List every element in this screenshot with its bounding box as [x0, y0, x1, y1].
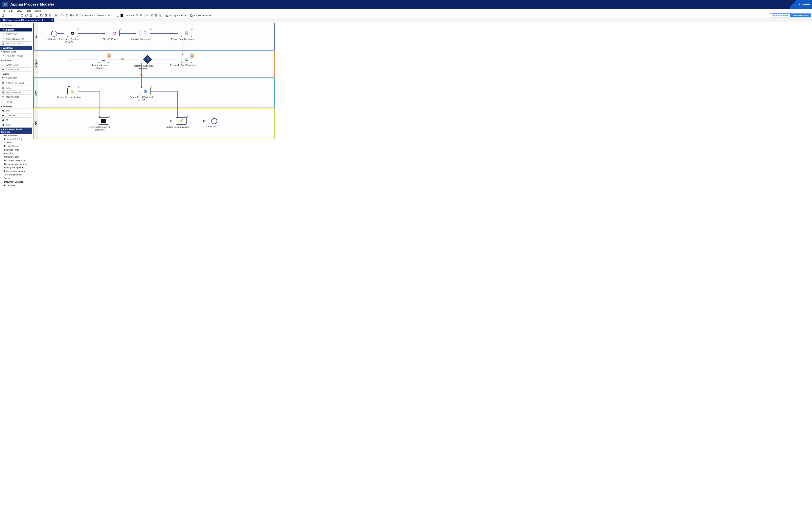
save-icon[interactable] — [20, 14, 24, 17]
bold-icon[interactable]: B — [107, 14, 111, 17]
node-classify-emails[interactable]: ⚙ Classify Emails — [105, 30, 123, 41]
redo-icon[interactable] — [10, 14, 13, 17]
save-all-icon[interactable] — [25, 14, 28, 17]
item-rule[interactable]: RULE — [1, 86, 31, 90]
item-start-event[interactable]: START EVENT — [1, 95, 31, 99]
gear-icon[interactable]: ⚙ — [77, 28, 80, 31]
close-icon[interactable]: × — [51, 19, 53, 21]
process-canvas[interactable]: AI People RPA API — [32, 22, 812, 507]
item-gateway-xor[interactable]: XOR — [1, 123, 31, 127]
color-picker[interactable] — [120, 14, 124, 17]
suggested-user-input-task[interactable]: USER INPUT TASK — [1, 41, 31, 46]
node-gateway-requires-review[interactable]: Requires Account Review? — [138, 56, 157, 70]
item-timer[interactable]: TIMER — [1, 100, 31, 104]
zoom-in-icon[interactable] — [140, 14, 143, 17]
node-classify-documents[interactable]: ⚙ Classify Documents — [136, 30, 154, 41]
gear-icon[interactable]: ⚙ — [108, 116, 111, 118]
group-human-tasks[interactable]: Human Tasks — [0, 50, 32, 53]
zoom-out-icon[interactable] — [135, 14, 139, 17]
link-document-services[interactable]: Document Services — [0, 180, 32, 184]
lane-tool-icon[interactable] — [69, 14, 75, 17]
item-gateway-or[interactable]: OR — [1, 118, 31, 122]
gear-icon[interactable]: ⚙ — [191, 28, 194, 31]
node-summarize-email[interactable]: ⚙ Summarize Email w/ OpenAI — [63, 30, 82, 44]
menu-file[interactable]: File — [2, 9, 5, 12]
copy-icon[interactable] — [40, 14, 43, 17]
text-tool-icon[interactable] — [65, 14, 68, 17]
link-test-management[interactable]: Test Management — [0, 173, 32, 176]
node-send-docusign[interactable]: ⚙ DocuSign Send to DoucSign for Signatur… — [94, 117, 113, 131]
node-end[interactable]: End Node — [205, 118, 223, 128]
gear-icon[interactable]: ⚙ — [186, 116, 188, 118]
swimlane-icon[interactable] — [75, 14, 79, 17]
item-send-message[interactable]: SEND MESSAGE — [1, 90, 31, 95]
underline-icon[interactable]: U — [116, 14, 119, 17]
font-family-dropdown[interactable]: Open Sans — [82, 14, 95, 17]
open-icon[interactable] — [16, 14, 19, 17]
pointer-icon[interactable] — [54, 14, 58, 17]
link-data-services[interactable]: Data Services — [0, 134, 32, 137]
gear-icon[interactable]: ⚙ — [149, 28, 152, 31]
item-gateway-and[interactable]: AND — [1, 109, 31, 113]
view-toggle[interactable]: ANALYST VIEW DESIGNER VIEW — [770, 13, 811, 17]
designer-view-tab[interactable]: DESIGNER VIEW — [790, 14, 811, 17]
svg-rect-7 — [26, 14, 28, 16]
link-integration-apis[interactable]: Integration & APIs — [0, 137, 32, 141]
item-gateway-complex[interactable]: COMPLEX — [1, 113, 31, 118]
validate-icon[interactable] — [146, 14, 149, 17]
item-subprocess[interactable]: SUBPROCESS — [1, 67, 31, 72]
svg-point-27 — [3, 39, 4, 39]
undo-icon[interactable] — [6, 14, 9, 17]
lane-api[interactable]: API — [33, 108, 274, 139]
item-end-event[interactable]: END EVENT — [1, 76, 31, 80]
tab-active[interactable]: CCM Triage Inbound Communication v44.0 × — [0, 18, 54, 22]
gear-icon[interactable]: ⚙ — [77, 86, 80, 89]
run-icon[interactable] — [150, 14, 154, 17]
gear-icon[interactable]: ⚙ — [118, 28, 121, 31]
menu-tools[interactable]: Tools — [26, 9, 31, 12]
italic-icon[interactable]: I — [111, 14, 115, 17]
node-update-communication-2[interactable]: ⚙ Update Communication — [172, 117, 190, 128]
link-identity-management[interactable]: Identity Management — [0, 166, 32, 169]
activity-exceptions-button[interactable]: Activity Exceptions — [165, 14, 188, 17]
print-icon[interactable] — [29, 14, 33, 17]
suggested-call-integration[interactable]: CALL INTEGRATION — [1, 37, 31, 41]
menu-edit[interactable]: Edit — [9, 9, 13, 12]
chart-icon[interactable] — [159, 14, 162, 17]
node-extract-document[interactable]: ⚙ Extract from Document — [177, 30, 196, 41]
delete-icon[interactable] — [48, 14, 52, 17]
analyst-view-tab[interactable]: ANALYST VIEW — [770, 14, 790, 17]
cut-icon[interactable] — [35, 14, 39, 17]
connector-icon[interactable] — [59, 14, 64, 17]
zoom-dropdown[interactable]: 125% — [126, 14, 135, 17]
process-instances-button[interactable]: Process Instances — [189, 14, 212, 17]
item-receive-message[interactable]: RECEIVE MESSAGE — [1, 81, 31, 85]
group-events[interactable]: Events — [0, 72, 32, 76]
font-weight-dropdown[interactable]: Medium — [96, 14, 106, 17]
link-analytics[interactable]: Analytics — [0, 152, 32, 155]
grid-icon[interactable] — [154, 14, 158, 17]
group-activities[interactable]: Activities — [0, 59, 32, 62]
menu-view[interactable]: View — [17, 9, 22, 12]
link-process-management[interactable]: Process Management — [0, 169, 32, 173]
group-gateways[interactable]: Gateways — [0, 105, 32, 108]
paste-icon[interactable] — [44, 14, 48, 17]
new-icon[interactable] — [1, 14, 5, 17]
link-business-rules[interactable]: Business Rules — [0, 148, 32, 152]
suggested-script-task[interactable]: SCRIPT TASK — [1, 32, 31, 36]
link-robotic-tasks[interactable]: Robotic Tasks — [0, 145, 32, 148]
node-update-communication-1[interactable]: ⚙ Update Communication — [64, 88, 82, 99]
link-social[interactable]: Social — [0, 176, 32, 180]
link-document-generation[interactable]: Document Generation — [0, 159, 32, 162]
search-input[interactable] — [1, 23, 31, 27]
node-create-excel-rpa[interactable]: Create Excel Workbook w/ RPA — [136, 88, 154, 102]
link-communication[interactable]: Communication — [0, 155, 32, 159]
menu-lanes[interactable]: Lanes — [35, 9, 41, 12]
link-excel-tools[interactable]: Excel Tools — [0, 184, 32, 187]
node-reconcile-doc[interactable]: Reconcile Doc Extraction — [177, 56, 196, 66]
item-user-input-task[interactable]: USER INPUT TASK — [1, 54, 31, 58]
node-manager-review[interactable]: Manager Account Review — [94, 56, 113, 69]
item-script-task[interactable]: SCRIPT TASK — [1, 63, 31, 67]
link-ai-skills[interactable]: AI Skills — [0, 141, 32, 145]
link-document-management[interactable]: Document Management — [0, 162, 32, 166]
